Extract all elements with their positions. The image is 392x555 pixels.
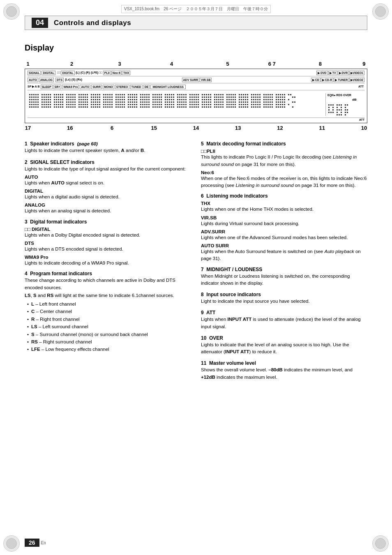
item-2-number: 2 [25,159,28,165]
svg-rect-450 [214,94,215,95]
svg-rect-412 [194,104,195,105]
dot-matrix-area: // This will be rendered as a static SVG [28,92,364,117]
svg-rect-419 [198,106,199,108]
svg-rect-477 [218,106,219,108]
svg-rect-23 [35,104,37,105]
svg-rect-295 [140,106,141,108]
svg-rect-120 [78,94,80,95]
svg-rect-268 [134,106,135,108]
svg-rect-354 [173,104,174,105]
svg-rect-545 [251,97,252,98]
svg-rect-300 [152,94,154,95]
item-6: 6 Listening mode indicators THX Lights w… [201,189,367,262]
svg-rect-149 [87,106,88,108]
svg-rect-396 [191,97,193,98]
svg-rect-581 [265,99,267,100]
svg-rect-119 [74,106,76,108]
svg-rect-102 [70,99,71,100]
svg-rect-375 [177,101,178,103]
svg-rect-261 [130,104,131,105]
svg-rect-521 [241,99,242,100]
svg-rect-157 [95,97,96,98]
svg-rect-647 [330,112,332,113]
svg-rect-43 [48,99,49,100]
svg-rect-639 [328,104,330,106]
svg-rect-454 [222,94,224,95]
svg-rect-265 [128,106,129,108]
svg-rect-319 [161,101,162,103]
svg-rect-214 [124,94,125,95]
corner-decoration-tl [3,3,20,20]
svg-rect-274 [148,94,150,95]
svg-rect-569 [259,106,261,108]
svg-rect-114 [74,104,76,105]
svg-rect-329 [161,106,162,108]
item-1-desc: Lights to indicate the current speaker s… [25,147,191,154]
svg-rect-175 [91,106,92,108]
svg-rect-536 [241,106,242,108]
svg-rect-53 [48,104,49,105]
svg-rect-191 [105,99,106,100]
vir-sb-label: VIR.SB [200,78,212,82]
svg-rect-613 [282,99,283,100]
svg-rect-45 [42,101,43,103]
svg-rect-348 [171,101,172,103]
svg-rect-201 [105,104,106,105]
svg-rect-106 [68,101,69,103]
item-6-sub-thx: THX Lights when one of the Home THX mode… [201,201,367,213]
dts-indicator: DTS [55,78,64,82]
item-3-sub-dd: □□ DIGITAL Lights when a Dolby Digital e… [25,227,191,239]
svg-rect-489 [235,97,236,98]
svg-rect-510 [239,94,240,95]
svg-rect-279 [148,97,150,98]
svg-rect-434 [210,99,211,100]
svg-rect-206 [105,106,106,108]
svg-rect-269 [136,106,137,108]
svg-rect-587 [267,101,269,103]
svg-rect-383 [183,104,184,105]
svg-rect-118 [72,106,74,108]
svg-rect-70 [54,99,55,100]
svg-rect-139 [87,101,88,103]
svg-rect-75 [54,101,55,103]
svg-rect-10 [29,99,30,100]
svg-rect-636 [294,101,295,103]
svg-rect-213 [122,94,123,95]
svg-rect-362 [181,94,182,95]
svg-rect-148 [85,106,86,108]
item-2: 2 SIGNAL SELECT indicators Lights to ind… [25,155,191,215]
svg-rect-276 [142,97,143,98]
svg-rect-339 [173,97,174,98]
svg-rect-124 [87,94,88,95]
svg-rect-433 [208,99,209,100]
svg-rect-384 [185,104,187,105]
svg-rect-7 [33,97,35,98]
svg-rect-643 [332,107,334,108]
svg-rect-422 [206,94,207,95]
svg-rect-243 [134,94,135,95]
svg-rect-648 [332,112,334,113]
svg-rect-126 [81,97,82,98]
svg-rect-588 [270,101,271,103]
svg-rect-297 [144,106,145,108]
db-display [327,104,364,116]
num-1: 1 [25,61,31,67]
svg-rect-292 [144,104,145,105]
svg-rect-189 [111,97,113,98]
svg-rect-560 [251,104,252,105]
svg-rect-597 [267,106,269,108]
svg-rect-303 [159,94,160,95]
svg-rect-65 [54,97,55,98]
svg-rect-209 [111,106,113,108]
item-10-desc: Lights to indicate that the level of an … [201,341,367,356]
svg-rect-347 [169,101,170,103]
svg-rect-327 [157,106,158,108]
svg-rect-343 [171,99,172,100]
num-11: 11 [319,125,325,131]
item-6-sub-virsb: VIR.SB Lights during Virtual surround ba… [201,215,367,227]
num-8: 8 [317,61,323,67]
svg-rect-428 [208,97,209,98]
svg-rect-566 [253,106,254,108]
svg-rect-263 [134,104,135,105]
svg-rect-657 [337,112,338,113]
